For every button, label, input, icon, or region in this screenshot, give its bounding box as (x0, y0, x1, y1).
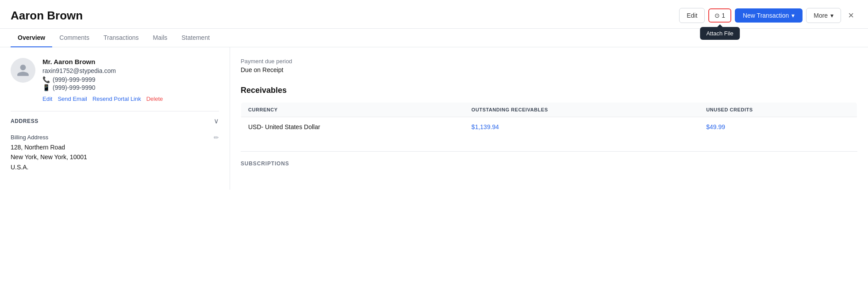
billing-address-label: Billing Address (11, 134, 219, 141)
col-unused-credits: UNUSED CREDITS (699, 103, 857, 117)
tab-statement[interactable]: Statement (174, 29, 217, 47)
attach-count-label: 1 (722, 12, 725, 19)
right-panel: Payment due period Due on Receipt Receiv… (230, 47, 868, 190)
address-block: Billing Address 128, Northern Road New Y… (11, 130, 219, 179)
address-section-label: ADDRESS (11, 118, 38, 124)
send-email-link[interactable]: Send Email (58, 96, 87, 102)
avatar (11, 58, 35, 83)
contact-edit-link[interactable]: Edit (42, 96, 52, 102)
table-row: USD- United States Dollar $1,139.94 $49.… (241, 117, 857, 137)
col-currency: CURRENCY (241, 103, 465, 117)
contact-details: Mr. Aaron Brown raxin91752@stypedia.com … (42, 58, 219, 102)
receivables-table: CURRENCY OUTSTANDING RECEIVABLES UNUSED … (241, 102, 857, 137)
row-unused-credits: $49.99 (699, 117, 857, 137)
attach-file-button[interactable]: ⊙ 1 (708, 8, 731, 23)
attach-file-icon: ⊙ (714, 12, 720, 19)
address-line3: U.S.A. (11, 164, 28, 171)
contact-phone2: 📱 (999)-999-9990 (42, 84, 219, 91)
edit-button[interactable]: Edit (679, 8, 705, 23)
contact-email: raxin91752@stypedia.com (42, 67, 219, 74)
payment-section: Payment due period Due on Receipt (241, 58, 857, 73)
resend-portal-link[interactable]: Resend Portal Link (92, 96, 141, 102)
tab-mails[interactable]: Mails (146, 29, 175, 47)
new-transaction-chevron-icon: ▾ (791, 12, 795, 19)
phone-icon: 📞 (42, 76, 50, 83)
close-button[interactable]: × (845, 8, 857, 23)
tab-comments[interactable]: Comments (52, 29, 96, 47)
page-header: Aaron Brown Edit ⊙ 1 Attach File New Tra… (0, 0, 868, 29)
subscriptions-label: SUBSCRIPTIONS (241, 151, 857, 167)
more-button[interactable]: More ▾ (806, 8, 841, 23)
left-panel: Mr. Aaron Brown raxin91752@stypedia.com … (0, 47, 230, 190)
more-chevron-icon: ▾ (830, 12, 833, 19)
main-content: Mr. Aaron Brown raxin91752@stypedia.com … (0, 47, 868, 190)
outstanding-amount[interactable]: $1,139.94 (472, 123, 499, 130)
address-line2: New York, New York, 10001 (11, 153, 87, 161)
contact-name: Mr. Aaron Brown (42, 58, 219, 65)
col-outstanding: OUTSTANDING RECEIVABLES (465, 103, 699, 117)
mobile-icon: 📱 (42, 84, 50, 91)
payment-label: Payment due period (241, 58, 857, 65)
attach-file-tooltip: Attach File (700, 27, 739, 40)
unused-credits-amount[interactable]: $49.99 (706, 123, 725, 130)
new-transaction-button[interactable]: New Transaction ▾ (735, 8, 803, 23)
new-transaction-label: New Transaction (743, 12, 789, 19)
payment-value: Due on Receipt (241, 66, 857, 73)
page-title: Aaron Brown (11, 9, 83, 23)
row-currency: USD- United States Dollar (241, 117, 465, 137)
more-label: More (814, 12, 828, 19)
tab-overview[interactable]: Overview (11, 29, 52, 47)
row-outstanding: $1,139.94 (465, 117, 699, 137)
contact-actions: Edit Send Email Resend Portal Link Delet… (42, 96, 219, 102)
address-text: 128, Northern Road New York, New York, 1… (11, 142, 219, 172)
contact-info: Mr. Aaron Brown raxin91752@stypedia.com … (11, 58, 219, 102)
address-section-header: ADDRESS ∨ (11, 111, 219, 130)
receivables-title: Receivables (241, 86, 857, 95)
contact-phone1: 📞 (999)-999-9999 (42, 76, 219, 83)
attach-file-wrapper: ⊙ 1 Attach File (708, 8, 731, 23)
table-header-row: CURRENCY OUTSTANDING RECEIVABLES UNUSED … (241, 103, 857, 117)
address-chevron-icon[interactable]: ∨ (214, 117, 219, 125)
header-actions: Edit ⊙ 1 Attach File New Transaction ▾ M… (679, 8, 857, 23)
tab-transactions[interactable]: Transactions (96, 29, 146, 47)
user-icon (16, 63, 30, 77)
delete-link[interactable]: Delete (146, 96, 163, 102)
address-line1: 128, Northern Road (11, 144, 65, 151)
address-edit-icon[interactable]: ✏ (214, 134, 219, 141)
